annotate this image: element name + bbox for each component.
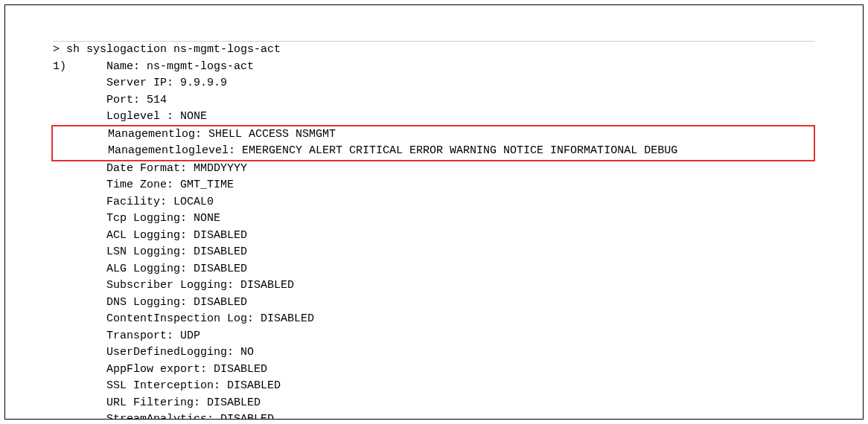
contentinspection-label: ContentInspection Log: [106, 312, 261, 325]
urlfiltering-label: URL Filtering: [106, 396, 207, 409]
prompt-symbol: > [53, 42, 60, 59]
streamanalytics-label: StreamAnalytics: [106, 413, 220, 420]
dnslogging-label: DNS Logging: [106, 296, 194, 309]
sublogging-line: Subscriber Logging: DISABLED [53, 277, 815, 295]
lsnlogging-label: LSN Logging: [106, 245, 194, 258]
server-ip-value: 9.9.9.9 [180, 77, 227, 89]
result-index-line: 1) Name: ns-mgmt-logs-act [53, 59, 815, 76]
userdefined-value: NO [240, 346, 254, 359]
tcplogging-value: NONE [194, 212, 220, 225]
managementlog-line: Managementlog: SHELL ACCESS NSMGMT [54, 126, 814, 144]
transport-value: UDP [180, 330, 200, 342]
server-ip-label: Server IP: [106, 77, 180, 89]
userdefined-line: UserDefinedLogging: NO [53, 344, 815, 362]
facility-label: Facility: [106, 196, 173, 208]
userdefined-label: UserDefinedLogging: [106, 346, 240, 359]
timezone-value: GMT_TIME [180, 179, 234, 191]
dateformat-label: Date Format: [106, 162, 194, 175]
streamanalytics-value: DISABLED [220, 413, 274, 420]
command-line: > sh syslogaction ns-mgmt-logs-act [53, 42, 815, 59]
urlfiltering-line: URL Filtering: DISABLED [53, 395, 815, 412]
timezone-label: Time Zone: [106, 179, 180, 191]
facility-value: LOCAL0 [173, 196, 214, 208]
dateformat-line: Date Format: MMDDYYYY [53, 161, 815, 178]
result-index: 1) [53, 59, 66, 76]
highlight-box: Managementlog: SHELL ACCESS NSMGMT Manag… [51, 125, 815, 161]
managementloglevel-label: Managementloglevel: [108, 144, 242, 157]
contentinspection-value: DISABLED [261, 312, 314, 325]
spacer [60, 42, 66, 59]
alglogging-value: DISABLED [194, 263, 247, 275]
sslinterception-line: SSL Interception: DISABLED [53, 378, 815, 395]
port-label: Port: [106, 94, 147, 106]
document-frame: > sh syslogaction ns-mgmt-logs-act 1) Na… [4, 4, 864, 420]
sublogging-label: Subscriber Logging: [106, 279, 240, 292]
streamanalytics-line: StreamAnalytics: DISABLED [53, 411, 815, 420]
acllogging-line: ACL Logging: DISABLED [53, 228, 815, 245]
port-line: Port: 514 [53, 92, 815, 109]
loglevel-line: Loglevel : NONE [53, 109, 815, 126]
sublogging-value: DISABLED [240, 279, 294, 292]
sslinterception-value: DISABLED [227, 379, 281, 392]
lsnlogging-line: LSN Logging: DISABLED [53, 244, 815, 261]
lsnlogging-value: DISABLED [194, 245, 247, 258]
loglevel-label: Loglevel : [106, 110, 180, 123]
alglogging-label: ALG Logging: [106, 263, 194, 275]
managementloglevel-line: Managementloglevel: EMERGENCY ALERT CRIT… [54, 143, 814, 160]
facility-line: Facility: LOCAL0 [53, 194, 815, 211]
dnslogging-line: DNS Logging: DISABLED [53, 295, 815, 312]
timezone-line: Time Zone: GMT_TIME [53, 177, 815, 194]
dateformat-value: MMDDYYYY [194, 162, 247, 175]
alglogging-line: ALG Logging: DISABLED [53, 261, 815, 278]
name-value: ns-mgmt-logs-act [147, 59, 254, 76]
spacer [66, 59, 106, 76]
dnslogging-value: DISABLED [194, 296, 247, 309]
transport-line: Transport: UDP [53, 328, 815, 345]
appflow-line: AppFlow export: DISABLED [53, 362, 815, 379]
managementlog-value: SHELL ACCESS NSMGMT [208, 128, 336, 141]
port-value: 514 [147, 94, 167, 106]
acllogging-label: ACL Logging: [106, 229, 194, 242]
appflow-label: AppFlow export: [106, 363, 214, 376]
sslinterception-label: SSL Interception: [106, 379, 227, 392]
tcplogging-line: Tcp Logging: NONE [53, 211, 815, 228]
loglevel-value: NONE [180, 110, 207, 123]
transport-label: Transport: [106, 330, 180, 342]
command-text: sh syslogaction ns-mgmt-logs-act [66, 42, 281, 59]
acllogging-value: DISABLED [194, 229, 247, 242]
appflow-value: DISABLED [214, 363, 267, 376]
managementloglevel-value: EMERGENCY ALERT CRITICAL ERROR WARNING N… [242, 144, 677, 157]
server-ip-line: Server IP: 9.9.9.9 [53, 75, 815, 92]
name-label: Name: [106, 59, 147, 76]
terminal-output: > sh syslogaction ns-mgmt-logs-act 1) Na… [53, 41, 815, 420]
contentinspection-line: ContentInspection Log: DISABLED [53, 311, 815, 328]
urlfiltering-value: DISABLED [207, 396, 261, 409]
managementlog-label: Managementlog: [108, 128, 208, 141]
tcplogging-label: Tcp Logging: [106, 212, 194, 225]
